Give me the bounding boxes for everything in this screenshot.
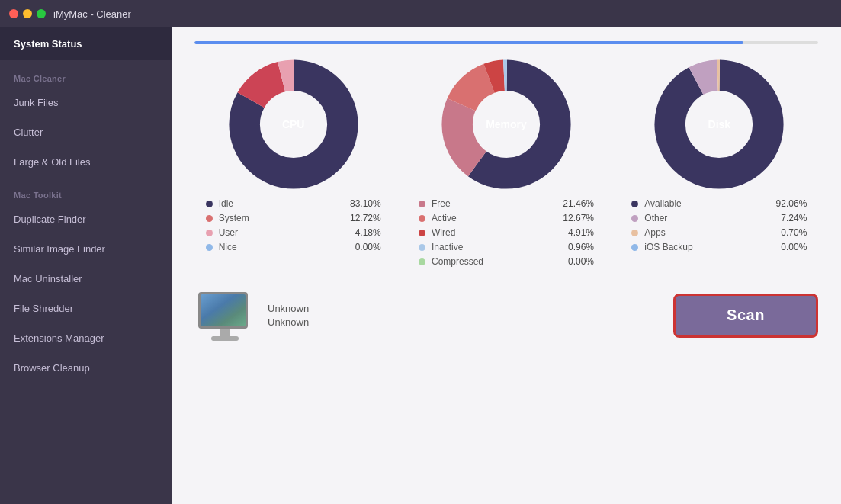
cpu-donut-wrapper: CPU <box>229 59 358 189</box>
maximize-button[interactable] <box>37 9 46 18</box>
svg-rect-20 <box>211 336 239 341</box>
sidebar-item-file-shredder[interactable]: File Shredder <box>0 294 172 323</box>
memory-stats: Free 21.46% Active 12.67% Wired 4.91% In… <box>419 198 594 271</box>
cpu-nice-value: 0.00% <box>343 242 381 252</box>
disk-other-value: 7.24% <box>769 213 807 223</box>
disk-ios-value: 0.00% <box>769 242 807 252</box>
memory-stat-wired: Wired 4.91% <box>419 227 594 238</box>
title-bar: iMyMac - Cleaner <box>0 0 841 27</box>
cpu-stat-user: User 4.18% <box>206 227 381 238</box>
disk-stat-available: Available 92.06% <box>631 198 807 209</box>
disk-available-dot <box>631 201 638 207</box>
memory-wired-label: Wired <box>432 227 556 238</box>
traffic-lights <box>9 9 46 18</box>
sidebar-item-junk-files[interactable]: Junk Files <box>0 88 172 117</box>
cpu-label: CPU <box>282 118 305 130</box>
cpu-user-value: 4.18% <box>343 227 381 238</box>
cpu-user-dot <box>206 230 213 236</box>
memory-wired-dot <box>419 230 425 236</box>
memory-inactive-dot <box>419 244 425 251</box>
disk-apps-label: Apps <box>644 227 769 238</box>
cpu-system-value: 12.72% <box>343 213 381 223</box>
memory-stat-compressed: Compressed 0.00% <box>419 256 594 267</box>
memory-donut-wrapper: Memory <box>441 59 571 189</box>
memory-wired-value: 4.91% <box>556 227 594 238</box>
cpu-nice-dot <box>206 244 213 251</box>
sidebar-item-large-old-files[interactable]: Large & Old Files <box>0 147 172 177</box>
disk-apps-dot <box>631 230 638 236</box>
memory-stat-free: Free 21.46% <box>419 198 594 209</box>
disk-stat-ios-backup: iOS Backup 0.00% <box>631 242 807 252</box>
cpu-stat-idle: Idle 83.10% <box>206 198 381 209</box>
sidebar-item-duplicate-finder[interactable]: Duplicate Finder <box>0 204 172 234</box>
progress-bar-track <box>194 41 818 44</box>
mac-line2: Unknown <box>268 316 309 328</box>
cpu-stat-nice: Nice 0.00% <box>206 242 381 252</box>
mac-info: Unknown Unknown <box>194 291 309 340</box>
memory-free-value: 21.46% <box>556 198 594 209</box>
cpu-user-label: User <box>219 227 343 238</box>
sidebar-section-mac-cleaner: Mac Cleaner <box>0 60 172 88</box>
mac-line1: Unknown <box>268 303 309 314</box>
cpu-idle-value: 83.10% <box>343 198 381 209</box>
disk-stat-apps: Apps 0.70% <box>631 227 807 238</box>
bottom-section: Unknown Unknown Scan <box>172 277 841 354</box>
memory-active-label: Active <box>432 213 556 223</box>
progress-bar-container <box>172 27 841 52</box>
cpu-chart: CPU <box>206 59 381 189</box>
memory-active-dot <box>419 215 425 222</box>
mac-icon <box>194 291 255 340</box>
memory-free-dot <box>419 201 425 207</box>
memory-active-value: 12.67% <box>556 213 594 223</box>
minimize-button[interactable] <box>23 9 32 18</box>
app-title: iMyMac - Cleaner <box>53 8 131 20</box>
disk-donut-wrapper: Disk <box>654 59 784 189</box>
disk-available-label: Available <box>644 198 769 209</box>
disk-chart: Disk <box>631 59 807 189</box>
disk-other-label: Other <box>644 213 769 223</box>
cpu-idle-label: Idle <box>219 198 343 209</box>
disk-available-value: 92.06% <box>769 198 807 209</box>
sidebar-item-mac-uninstaller[interactable]: Mac Uninstaller <box>0 264 172 294</box>
main-content: CPU <box>172 0 841 504</box>
sidebar: System Status Mac Cleaner Junk Files Clu… <box>0 0 172 504</box>
memory-inactive-value: 0.96% <box>556 242 594 252</box>
sidebar-item-similar-image-finder[interactable]: Similar Image Finder <box>0 234 172 264</box>
memory-label: Memory <box>486 118 527 130</box>
disk-ios-dot <box>631 244 638 251</box>
disk-stats: Available 92.06% Other 7.24% Apps 0.70% … <box>631 198 807 271</box>
sidebar-item-extensions-manager[interactable]: Extensions Manager <box>0 323 172 353</box>
sidebar-section-mac-toolkit: Mac Toolkit <box>0 177 172 204</box>
sidebar-item-browser-cleanup[interactable]: Browser Cleanup <box>0 353 172 383</box>
mac-monitor-svg <box>194 291 255 344</box>
scan-button[interactable]: Scan <box>673 294 818 338</box>
cpu-system-label: System <box>219 213 343 223</box>
memory-inactive-label: Inactive <box>432 242 556 252</box>
progress-bar-fill <box>194 41 743 44</box>
memory-stat-active: Active 12.67% <box>419 213 594 223</box>
memory-compressed-value: 0.00% <box>556 256 594 267</box>
cpu-stats: Idle 83.10% System 12.72% User 4.18% Nic… <box>206 198 381 271</box>
disk-apps-value: 0.70% <box>769 227 807 238</box>
disk-other-dot <box>631 215 638 222</box>
charts-section: CPU <box>172 52 841 189</box>
memory-compressed-dot <box>419 258 425 265</box>
sidebar-item-clutter[interactable]: Clutter <box>0 117 172 147</box>
cpu-idle-dot <box>206 201 213 207</box>
memory-chart: Memory <box>419 59 594 189</box>
disk-stat-other: Other 7.24% <box>631 213 807 223</box>
svg-rect-19 <box>220 329 230 336</box>
stats-section: Idle 83.10% System 12.72% User 4.18% Nic… <box>172 189 841 271</box>
memory-compressed-label: Compressed <box>432 256 556 267</box>
mac-text: Unknown Unknown <box>268 303 309 328</box>
sidebar-item-system-status[interactable]: System Status <box>0 27 172 60</box>
cpu-nice-label: Nice <box>219 242 343 252</box>
memory-free-label: Free <box>432 198 556 209</box>
close-button[interactable] <box>9 9 18 18</box>
memory-stat-inactive: Inactive 0.96% <box>419 242 594 252</box>
cpu-system-dot <box>206 215 213 222</box>
svg-rect-18 <box>201 294 246 326</box>
disk-ios-label: iOS Backup <box>644 242 769 252</box>
disk-label: Disk <box>708 118 731 130</box>
cpu-stat-system: System 12.72% <box>206 213 381 223</box>
